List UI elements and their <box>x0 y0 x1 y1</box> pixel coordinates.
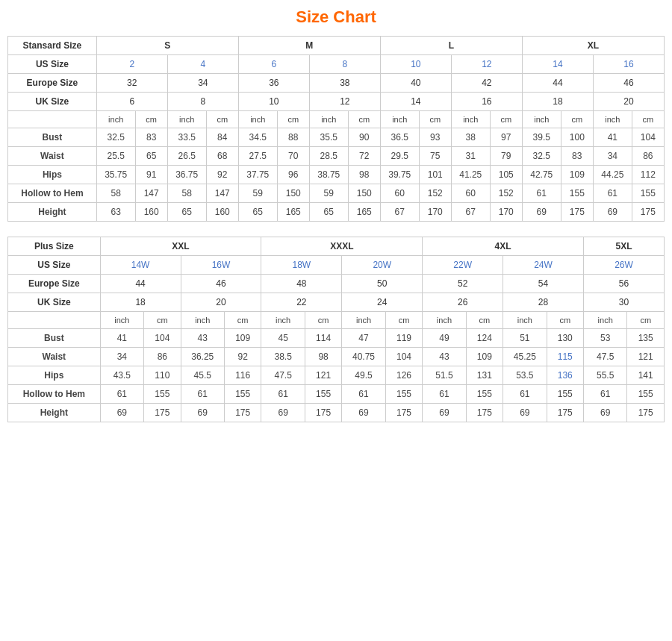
plus-height-10: 69 <box>503 404 547 422</box>
plus-hollow-9: 155 <box>466 385 503 404</box>
plus-us-24w: 24W <box>503 256 584 275</box>
plus-height-0: 69 <box>100 404 143 422</box>
plus-uk-26: 26 <box>423 293 503 312</box>
std-height-label: Height <box>8 203 97 222</box>
plus-waist-10: 45.25 <box>503 348 547 366</box>
std-waist-10: 31 <box>451 147 490 166</box>
std-height-5: 165 <box>277 203 309 222</box>
plus-hips-label: Hips <box>8 366 101 385</box>
us-size-14: 14 <box>522 55 593 74</box>
std-unit-cm-1: cm <box>135 111 167 128</box>
us-size-12: 12 <box>451 55 522 74</box>
std-height-3: 160 <box>206 203 238 222</box>
std-hollow-8: 60 <box>380 184 419 203</box>
std-waist-12: 32.5 <box>522 147 561 166</box>
std-unit-inch-7: inch <box>522 111 561 128</box>
plus-hollow-10: 61 <box>503 385 547 404</box>
std-unit-cm-3: cm <box>277 111 309 128</box>
std-waist-11: 79 <box>490 147 522 166</box>
plus-bust-label: Bust <box>8 329 101 348</box>
std-bust-11: 97 <box>490 128 522 147</box>
plus-height-3: 175 <box>224 404 261 422</box>
std-hips-label: Hips <box>8 166 97 184</box>
page-title: Size Chart <box>7 7 665 27</box>
plus-height-2: 69 <box>181 404 224 422</box>
plus-bust-7: 119 <box>385 329 422 348</box>
std-height-14: 69 <box>593 203 632 222</box>
std-bust-15: 104 <box>632 128 664 147</box>
std-bust-label: Bust <box>8 128 97 147</box>
std-hips-2: 36.75 <box>167 166 206 184</box>
std-hollow-13: 155 <box>561 184 593 203</box>
4xl-group: 4XL <box>423 237 584 256</box>
std-bust-5: 88 <box>277 128 309 147</box>
std-unit-inch-1: inch <box>96 111 135 128</box>
plus-us-26w: 26W <box>583 256 664 275</box>
std-hips-8: 39.75 <box>380 166 419 184</box>
plus-hips-0: 43.5 <box>100 366 143 385</box>
std-hollow-9: 152 <box>419 184 451 203</box>
us-size-16: 16 <box>593 55 664 74</box>
xxxl-group: XXXL <box>261 237 423 256</box>
5xl-group: 5XL <box>583 237 664 256</box>
std-unit-inch-2: inch <box>167 111 206 128</box>
eu-32: 32 <box>96 74 167 93</box>
std-bust-1: 83 <box>135 128 167 147</box>
plus-hollow-13: 155 <box>627 385 665 404</box>
plus-hips-6: 49.5 <box>342 366 385 385</box>
std-height-13: 175 <box>561 203 593 222</box>
plus-height-11: 175 <box>547 404 583 422</box>
plus-hips-3: 116 <box>224 366 261 385</box>
plus-uk-28: 28 <box>503 293 584 312</box>
std-hips-1: 91 <box>135 166 167 184</box>
std-unit-cm-7: cm <box>561 111 593 128</box>
std-hollow-10: 60 <box>451 184 490 203</box>
plus-height-8: 69 <box>423 404 466 422</box>
plus-hips-9: 131 <box>466 366 503 385</box>
std-bust-0: 32.5 <box>96 128 135 147</box>
std-hollow-7: 150 <box>348 184 380 203</box>
plus-unit-inch-3: inch <box>261 312 305 329</box>
plus-waist-5: 98 <box>305 348 341 366</box>
xl-group: XL <box>522 37 664 55</box>
plus-unit-inch-2: inch <box>181 312 224 329</box>
std-hollow-4: 59 <box>238 184 277 203</box>
plus-hollow-3: 155 <box>224 385 261 404</box>
plus-unit-cm-2: cm <box>224 312 261 329</box>
uk-16: 16 <box>451 93 522 111</box>
plus-hollow-4: 61 <box>261 385 305 404</box>
uk-8: 8 <box>167 93 238 111</box>
std-hips-11: 105 <box>490 166 522 184</box>
std-hollow-label: Hollow to Hem <box>8 184 97 203</box>
std-hips-5: 96 <box>277 166 309 184</box>
plus-uk-30: 30 <box>583 293 664 312</box>
plus-hollow-2: 61 <box>181 385 224 404</box>
eu-36: 36 <box>238 74 309 93</box>
plus-uk-22: 22 <box>261 293 342 312</box>
std-hips-12: 42.75 <box>522 166 561 184</box>
std-hollow-2: 58 <box>167 184 206 203</box>
plus-eu-44: 44 <box>100 275 181 293</box>
std-hips-0: 35.75 <box>96 166 135 184</box>
plus-bust-12: 53 <box>583 329 626 348</box>
std-height-10: 67 <box>451 203 490 222</box>
s-group: S <box>96 37 238 55</box>
std-hips-4: 37.75 <box>238 166 277 184</box>
plus-waist-6: 40.75 <box>342 348 385 366</box>
plus-unit-cm-4: cm <box>385 312 422 329</box>
std-unit-cm-5: cm <box>419 111 451 128</box>
eu-34: 34 <box>167 74 238 93</box>
std-unit-inch-4: inch <box>309 111 348 128</box>
plus-unit-cm-1: cm <box>144 312 181 329</box>
std-bust-2: 33.5 <box>167 128 206 147</box>
plus-eu-48: 48 <box>261 275 342 293</box>
plus-uk-18: 18 <box>100 293 181 312</box>
plus-height-5: 175 <box>305 404 341 422</box>
std-hollow-3: 147 <box>206 184 238 203</box>
plus-us-20w: 20W <box>342 256 423 275</box>
std-hollow-0: 58 <box>96 184 135 203</box>
plus-hollow-8: 61 <box>423 385 466 404</box>
std-unit-spacer <box>8 111 97 128</box>
std-height-11: 170 <box>490 203 522 222</box>
plus-bust-8: 49 <box>423 329 466 348</box>
